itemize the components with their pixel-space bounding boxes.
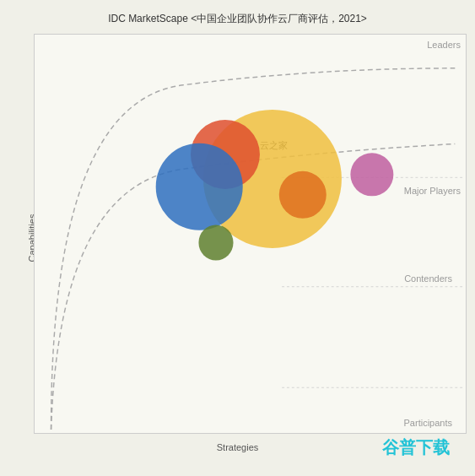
bubble-blue [156, 143, 243, 230]
label-major-players: Major Players [404, 186, 461, 196]
chart-container: IDC MarketScape <中国企业团队协作云厂商评估，2021> Cap… [0, 0, 475, 476]
label-participants: Participants [404, 418, 452, 428]
chart-title: IDC MarketScape <中国企业团队协作云厂商评估，2021> [108, 12, 367, 26]
watermark: 谷普下载 [382, 436, 450, 459]
chart-area: Leaders Major Players Contenders Partici… [34, 34, 467, 434]
label-contenders: Contenders [404, 273, 452, 284]
label-leaders: Leaders [427, 40, 461, 50]
axis-x-label: Strategies [217, 442, 259, 452]
bubble-green [199, 225, 234, 260]
